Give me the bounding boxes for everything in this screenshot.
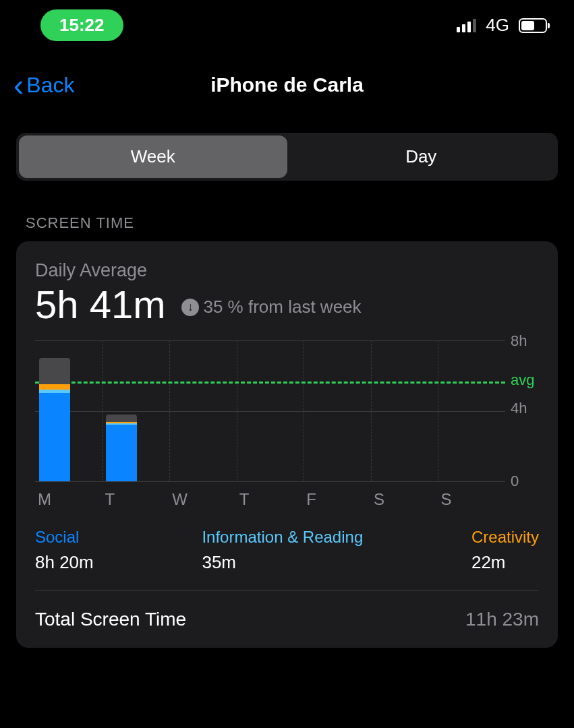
x-axis-label: M xyxy=(35,490,103,509)
category-value: 22m xyxy=(471,552,539,573)
category-information-reading[interactable]: Information & Reading 35m xyxy=(202,528,363,573)
bar-segment xyxy=(39,358,70,384)
x-axis-label: T xyxy=(103,490,170,509)
category-label: Information & Reading xyxy=(202,528,363,547)
category-label: Social xyxy=(35,528,94,547)
screen-time-card: Daily Average 5h 41m ↓ 35 % from last we… xyxy=(16,241,558,648)
status-bar: 15:22 4G xyxy=(0,0,574,47)
status-time-pill: 15:22 xyxy=(40,9,123,41)
category-value: 35m xyxy=(202,552,363,573)
network-label: 4G xyxy=(486,15,509,36)
x-axis-label: S xyxy=(371,490,438,509)
daily-average-label: Daily Average xyxy=(35,260,539,281)
chevron-left-icon: ‹ xyxy=(13,69,24,100)
x-axis-label: T xyxy=(237,490,304,509)
chart-bar xyxy=(39,358,70,481)
y-axis-label: 0 xyxy=(511,473,519,490)
daily-average-value: 5h 41m xyxy=(35,285,165,324)
usage-chart: 8h avg 4h 0 xyxy=(35,340,539,482)
chart-bar xyxy=(106,415,137,481)
back-button[interactable]: ‹ Back xyxy=(13,69,74,100)
total-value: 11h 23m xyxy=(465,609,539,630)
category-creativity[interactable]: Creativity 22m xyxy=(471,528,539,573)
bar-slot xyxy=(237,340,304,481)
y-axis-avg-label: avg xyxy=(511,371,534,389)
trend-indicator: ↓ 35 % from last week xyxy=(181,297,361,317)
bar-segment xyxy=(39,384,70,390)
page-title: iPhone de Carla xyxy=(13,73,561,96)
y-axis-label: 4h xyxy=(511,400,527,417)
bar-slot xyxy=(370,340,437,481)
y-axis: 8h avg 4h 0 xyxy=(505,340,539,482)
total-label: Total Screen Time xyxy=(35,609,186,630)
x-axis-label: W xyxy=(169,490,237,509)
status-right: 4G xyxy=(457,15,547,36)
bar-slot xyxy=(36,340,103,481)
bar-slot xyxy=(304,340,370,481)
back-label: Back xyxy=(26,73,74,98)
bar-slot xyxy=(437,340,504,481)
category-label: Creativity xyxy=(471,528,539,547)
navigation-bar: ‹ Back iPhone de Carla xyxy=(0,47,574,117)
segment-week[interactable]: Week xyxy=(19,135,287,178)
bar-segment xyxy=(106,425,137,481)
bar-segment xyxy=(106,415,137,423)
bar-segment xyxy=(39,393,70,481)
y-axis-label: 8h xyxy=(511,332,527,350)
chart-plot xyxy=(35,340,505,482)
bar-slot xyxy=(170,340,237,481)
week-day-segmented-control[interactable]: Week Day xyxy=(16,133,558,181)
category-social[interactable]: Social 8h 20m xyxy=(35,528,94,573)
bars-container xyxy=(35,340,505,481)
section-header-screen-time: SCREEN TIME xyxy=(0,201,574,241)
arrow-down-icon: ↓ xyxy=(181,299,199,316)
x-axis-label: F xyxy=(304,490,371,509)
category-value: 8h 20m xyxy=(35,552,94,573)
signal-strength-icon xyxy=(457,19,476,32)
battery-icon xyxy=(519,18,547,33)
total-screen-time-row[interactable]: Total Screen Time 11h 23m xyxy=(35,591,539,648)
x-axis: MTWTFSS xyxy=(35,490,539,509)
segment-day[interactable]: Day xyxy=(287,135,556,178)
trend-text: 35 % from last week xyxy=(203,297,361,317)
categories-breakdown: Social 8h 20m Information & Reading 35m … xyxy=(35,528,539,591)
x-axis-label: S xyxy=(438,490,505,509)
bar-slot xyxy=(103,340,170,481)
